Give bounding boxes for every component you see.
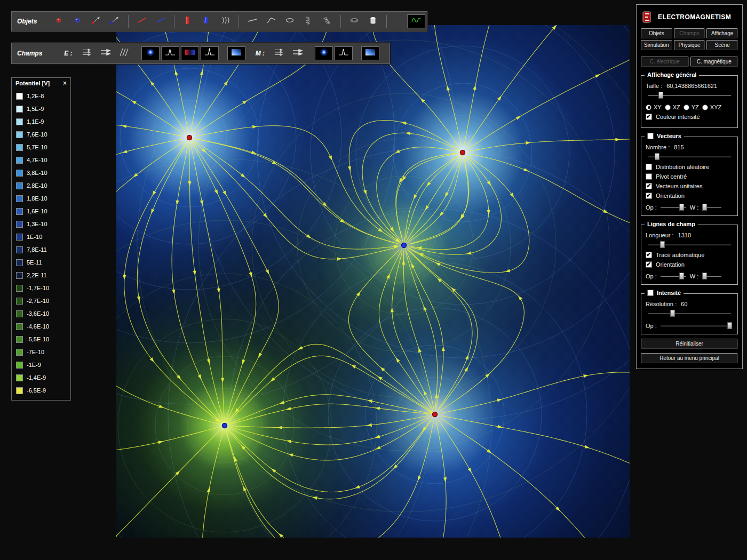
simulation-canvas[interactable] — [116, 25, 630, 538]
tool-slant-lines-button[interactable] — [116, 46, 133, 60]
slider-thumb[interactable] — [670, 310, 675, 317]
tool-solenoid-v-button[interactable] — [300, 14, 317, 28]
nav-button-physique[interactable]: Physique — [674, 40, 705, 50]
tool-particle-red-button[interactable] — [50, 14, 67, 28]
tool-line-blue-button[interactable] — [152, 14, 169, 28]
legend-entry: -1E-9 — [12, 358, 70, 371]
tool-particle-blue-button[interactable] — [69, 14, 86, 28]
slider-thumb[interactable] — [679, 204, 684, 211]
longueur-slider[interactable] — [647, 241, 732, 249]
tool-solenoid-s-button[interactable] — [319, 14, 336, 28]
tool-ac-source-button[interactable] — [407, 14, 425, 28]
tool-arrows-lg-button[interactable] — [97, 46, 114, 60]
slider-thumb[interactable] — [679, 273, 684, 279]
slider-thumb[interactable] — [660, 241, 665, 248]
tool-magnet-red-button[interactable] — [179, 14, 196, 28]
tool-wire-button[interactable] — [244, 14, 261, 28]
tool-blue-tile-button[interactable] — [361, 46, 379, 60]
field-type-tabs: C. électriqueC. magnétique — [637, 57, 742, 67]
plane-radio-xyz[interactable] — [702, 105, 708, 110]
nav-button-champs[interactable]: Champs — [674, 28, 705, 38]
particle-blue-icon — [71, 15, 83, 27]
vecteurs-vecteurs-unitaires-checkbox[interactable] — [646, 183, 652, 189]
legend-entry: 1E-10 — [12, 230, 70, 243]
legend-value: 5,7E-10 — [27, 144, 47, 150]
slider-thumb[interactable] — [658, 92, 663, 99]
legend-value: 1E-10 — [27, 234, 42, 240]
tool-line-red-button[interactable] — [133, 14, 150, 28]
ac-source-icon — [410, 15, 422, 27]
tool-arrows-sm-button[interactable] — [271, 46, 288, 60]
reset-button[interactable]: Réinitialiser — [641, 339, 738, 349]
tab-c-lectrique[interactable]: C. électrique — [641, 57, 689, 67]
resolution-slider[interactable] — [647, 309, 732, 317]
close-icon[interactable]: × — [63, 81, 67, 86]
slider-thumb[interactable] — [702, 204, 707, 211]
plane-option: YZ — [684, 104, 699, 110]
arrows-sm-icon — [273, 47, 285, 59]
tool-loop-button[interactable] — [281, 14, 298, 28]
tool-color-scale-button[interactable] — [181, 46, 199, 60]
tool-vector-red-button[interactable] — [88, 14, 105, 28]
lignes-trac-automatique-checkbox[interactable] — [646, 252, 652, 258]
tool-arrows-lg-button[interactable] — [289, 46, 306, 60]
tool-arrows-sm-button[interactable] — [78, 46, 96, 60]
tool-cylinder-button[interactable] — [364, 14, 382, 28]
tool-vector-blue-button[interactable] — [106, 14, 123, 28]
lignes-orientation-checkbox[interactable] — [646, 261, 652, 268]
nombre-slider[interactable] — [647, 153, 732, 161]
vecteurs-distribution-al-atoire-checkbox[interactable] — [646, 164, 652, 170]
tool-curve-s-button[interactable] — [263, 14, 280, 28]
tool-peak-arrow-button[interactable] — [201, 46, 219, 60]
legend-color-swatch — [16, 157, 23, 164]
legend-entry: -3,6E-10 — [12, 307, 70, 320]
plane-radio-xy[interactable] — [646, 105, 651, 110]
plane-radio-xz[interactable] — [665, 105, 671, 110]
nav-button-objets[interactable]: Objets — [641, 28, 672, 38]
plane-radio-label: XY — [654, 104, 662, 110]
lignes-label: Orientation — [656, 261, 685, 268]
lignes-opacity-slider[interactable] — [659, 272, 687, 280]
nav-button-sc-ne[interactable]: Scène — [706, 40, 738, 50]
tool-peak-button[interactable] — [161, 46, 179, 60]
tool-magnet-blue-button[interactable] — [198, 14, 215, 28]
intensite-opacity-slider[interactable] — [659, 322, 733, 330]
legend-entry: -4,6E-10 — [12, 320, 70, 333]
back-to-menu-button[interactable]: Retour au menu principal — [641, 353, 738, 363]
vecteurs-enable-checkbox[interactable] — [647, 133, 654, 139]
e-field-icon-group — [78, 46, 245, 60]
tool-glow-dot-button[interactable] — [141, 46, 160, 60]
legend-entry: -1,7E-10 — [12, 282, 70, 294]
vecteurs-orientation-checkbox[interactable] — [646, 193, 652, 199]
plane-radio-yz[interactable] — [684, 105, 689, 110]
nav-button-simulation[interactable]: Simulation — [641, 40, 672, 50]
legend-color-swatch — [16, 374, 23, 381]
toolbar-objets: Objets — [11, 11, 427, 31]
arrows-sm-icon — [81, 47, 93, 59]
group-affichage-general: Affichage général Taille : 60,1438865661… — [641, 75, 738, 128]
resolution-label: Résolution : — [646, 301, 677, 307]
slider-thumb[interactable] — [727, 322, 732, 329]
tab-c-magn-tique[interactable]: C. magnétique — [690, 57, 738, 67]
slider-thumb[interactable] — [702, 273, 707, 279]
longueur-value: 1310 — [678, 232, 691, 238]
tool-peak-button[interactable] — [335, 46, 353, 60]
legend-color-swatch — [16, 234, 23, 241]
app-title: ELECTROMAGNETISM — [658, 13, 731, 21]
intensite-enable-checkbox[interactable] — [647, 290, 654, 296]
tool-coil-button[interactable] — [217, 14, 234, 28]
couleur-intensite-checkbox[interactable] — [646, 114, 652, 120]
tool-blue-tile-button[interactable] — [227, 46, 245, 60]
lignes-width-slider[interactable] — [701, 272, 722, 280]
tool-glow-dot-button[interactable] — [315, 46, 333, 60]
particle-red-icon — [53, 15, 65, 27]
loop-icon — [284, 15, 296, 27]
legend-value: -3,6E-10 — [27, 310, 49, 317]
taille-slider[interactable] — [647, 91, 732, 99]
tool-torus-button[interactable] — [346, 14, 363, 28]
vecteurs-opacity-slider[interactable] — [659, 203, 687, 211]
slider-thumb[interactable] — [655, 153, 659, 160]
vecteurs-pivot-centr--checkbox[interactable] — [646, 173, 652, 180]
vecteurs-width-slider[interactable] — [701, 203, 722, 211]
nav-button-affichage[interactable]: Affichage — [706, 28, 738, 38]
